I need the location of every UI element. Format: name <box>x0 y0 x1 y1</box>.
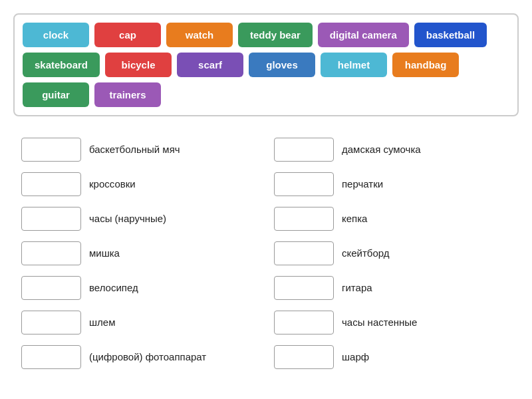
word-tag-digital-camera[interactable]: digital camera <box>318 23 409 47</box>
word-tag-teddy-bear[interactable]: teddy bear <box>238 23 313 47</box>
word-tag-scarf[interactable]: scarf <box>177 53 243 77</box>
word-tag-skateboard[interactable]: skateboard <box>23 53 100 77</box>
drop-box-match-watch[interactable] <box>21 207 81 231</box>
word-tag-helmet[interactable]: helmet <box>321 53 387 77</box>
match-label-match-guitar: гитара <box>342 281 372 295</box>
drop-box-match-clock[interactable] <box>274 311 334 334</box>
match-column-right: дамская сумочкаперчаткикепкаскейтбордгит… <box>266 132 519 374</box>
word-tag-clock[interactable]: clock <box>23 23 89 47</box>
match-label-match-digital-camera: (цифровой) фотоаппарат <box>89 350 206 364</box>
word-tag-cap[interactable]: cap <box>94 23 161 47</box>
match-area: баскетбольный мячкроссовкичасы (наручные… <box>13 132 519 374</box>
match-row-match-trainers: кроссовки <box>13 167 266 201</box>
match-row-match-basketball: баскетбольный мяч <box>13 132 266 167</box>
match-label-match-bicycle: велосипед <box>89 281 138 295</box>
match-row-match-helmet: шлем <box>13 305 266 340</box>
match-label-match-helmet: шлем <box>89 316 115 329</box>
match-column-left: баскетбольный мячкроссовкичасы (наручные… <box>13 132 266 374</box>
match-label-match-trainers: кроссовки <box>89 178 136 191</box>
drop-box-match-trainers[interactable] <box>21 172 81 196</box>
match-row-match-teddy-bear: мишка <box>13 236 266 271</box>
match-label-match-teddy-bear: мишка <box>89 247 120 260</box>
match-row-match-skateboard: скейтборд <box>266 236 519 271</box>
match-row-match-gloves: перчатки <box>266 167 519 201</box>
match-label-match-skateboard: скейтборд <box>342 247 390 260</box>
drop-box-match-digital-camera[interactable] <box>21 345 81 369</box>
word-tag-watch[interactable]: watch <box>166 23 233 47</box>
drop-box-match-bicycle[interactable] <box>21 276 81 300</box>
match-row-match-clock: часы настенные <box>266 305 519 340</box>
drop-box-match-teddy-bear[interactable] <box>21 241 81 265</box>
word-tag-gloves[interactable]: gloves <box>249 53 315 77</box>
word-tag-guitar[interactable]: guitar <box>23 82 89 107</box>
word-tag-handbag[interactable]: handbag <box>392 53 459 77</box>
drop-box-match-gloves[interactable] <box>274 172 334 196</box>
drop-box-match-helmet[interactable] <box>21 311 81 334</box>
match-row-match-handbag: дамская сумочка <box>266 132 519 167</box>
match-label-match-cap: кепка <box>342 212 367 225</box>
drop-box-match-guitar[interactable] <box>274 276 334 300</box>
match-row-match-watch: часы (наручные) <box>13 201 266 236</box>
drop-box-match-skateboard[interactable] <box>274 241 334 265</box>
match-row-match-digital-camera: (цифровой) фотоаппарат <box>13 340 266 374</box>
match-label-match-handbag: дамская сумочка <box>342 143 421 156</box>
word-tag-trainers[interactable]: trainers <box>94 82 161 107</box>
match-row-match-bicycle: велосипед <box>13 271 266 305</box>
match-label-match-gloves: перчатки <box>342 178 383 191</box>
match-label-match-clock: часы настенные <box>342 316 417 329</box>
drop-box-match-cap[interactable] <box>274 207 334 231</box>
word-tag-bicycle[interactable]: bicycle <box>105 53 172 77</box>
match-row-match-scarf: шарф <box>266 340 519 374</box>
match-label-match-basketball: баскетбольный мяч <box>89 143 180 156</box>
drop-box-match-basketball[interactable] <box>21 138 81 162</box>
drop-box-match-scarf[interactable] <box>274 345 334 369</box>
match-label-match-watch: часы (наручные) <box>89 212 166 225</box>
drop-box-match-handbag[interactable] <box>274 138 334 162</box>
match-row-match-cap: кепка <box>266 201 519 236</box>
match-row-match-guitar: гитара <box>266 271 519 305</box>
word-tag-basketball[interactable]: basketball <box>414 23 487 47</box>
match-label-match-scarf: шарф <box>342 350 369 364</box>
word-bank: clockcapwatchteddy beardigital camerabas… <box>13 13 519 116</box>
